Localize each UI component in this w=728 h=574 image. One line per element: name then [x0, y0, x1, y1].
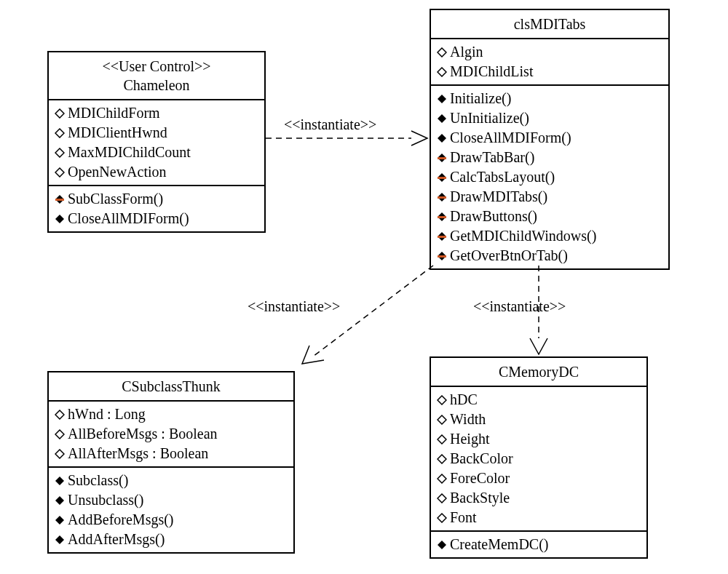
class-header: CSubclassThunk: [49, 372, 293, 402]
instantiate-label-2: <<instantiate>>: [248, 298, 340, 315]
svg-marker-8: [438, 68, 446, 76]
svg-marker-6: [55, 215, 64, 223]
property-icon: [437, 493, 447, 503]
svg-rect-19: [438, 216, 446, 218]
svg-marker-3: [55, 168, 64, 177]
attribute-label: Font: [450, 508, 477, 527]
attribute-label: BackStyle: [450, 488, 510, 508]
property-icon: [55, 449, 65, 459]
class-header: CMemoryDC: [431, 358, 646, 387]
svg-marker-36: [438, 494, 446, 503]
operation-row: Initialize(): [437, 89, 662, 108]
property-icon: [55, 410, 65, 420]
attribute-label: AllAfterMsgs : Boolean: [68, 444, 208, 463]
operation-label: GetOverBtnOrTab(): [450, 246, 568, 266]
attribute-row: BackStyle: [437, 488, 641, 508]
operation-label: SubClassForm(): [68, 189, 163, 209]
operation-label: CreateMemDC(): [450, 535, 549, 554]
svg-marker-29: [55, 516, 64, 525]
attribute-label: Height: [450, 429, 489, 449]
operation-row: Subclass(): [55, 471, 288, 490]
instantiate-label-3: <<instantiate>>: [473, 298, 566, 315]
attribute-label: MDIChildList: [450, 62, 533, 81]
operations: Initialize() UnInitialize() CloseAllMDIF…: [431, 86, 668, 268]
operation-label: DrawButtons(): [450, 207, 537, 226]
svg-marker-28: [55, 496, 64, 505]
property-icon: [55, 108, 65, 119]
property-icon: [437, 415, 447, 425]
svg-rect-21: [438, 236, 446, 238]
svg-marker-26: [55, 450, 64, 458]
svg-marker-27: [55, 477, 64, 485]
svg-marker-34: [438, 455, 446, 463]
public-op-icon: [437, 133, 447, 143]
attribute-label: ForeColor: [450, 469, 510, 488]
property-icon: [437, 474, 447, 484]
attributes: hWnd : Long AllBeforeMsgs : Boolean AllA…: [49, 402, 293, 468]
connector-chameleon-to-clsmditabs: [266, 131, 430, 160]
operations: SubClassForm() CloseAllMDIForm(): [49, 186, 264, 231]
attributes: Algin MDIChildList: [431, 39, 668, 86]
attribute-label: Algin: [450, 42, 483, 62]
svg-rect-13: [438, 157, 446, 159]
class-name: Chameleon: [55, 76, 258, 95]
svg-marker-1: [55, 129, 64, 137]
attribute-row: ForeColor: [437, 469, 641, 488]
private-op-icon: [55, 194, 65, 204]
attribute-label: Width: [450, 410, 486, 429]
operation-row: AddAfterMsgs(): [55, 530, 288, 549]
private-op-icon: [437, 172, 447, 183]
operation-label: AddAfterMsgs(): [68, 530, 165, 549]
attributes: MDIChildForm MDIClientHwnd MaxMDIChildCo…: [49, 100, 264, 186]
property-icon: [437, 513, 447, 523]
attribute-row: MDIChildForm: [55, 103, 258, 123]
public-op-icon: [55, 214, 65, 224]
svg-marker-24: [55, 410, 64, 419]
private-op-icon: [437, 231, 447, 242]
class-csubclassthunk: CSubclassThunk hWnd : Long AllBeforeMsgs…: [47, 371, 295, 554]
private-op-icon: [437, 153, 447, 163]
property-icon: [437, 67, 447, 77]
property-icon: [55, 167, 65, 178]
operation-row: CloseAllMDIForm(): [437, 128, 662, 148]
class-name: clsMDITabs: [437, 15, 662, 33]
attribute-label: OpenNewAction: [68, 162, 167, 182]
operation-label: GetMDIChildWindows(): [450, 226, 596, 246]
svg-marker-2: [55, 148, 64, 157]
svg-marker-11: [438, 134, 446, 143]
operation-label: CalcTabsLayout(): [450, 167, 555, 187]
public-op-icon: [437, 113, 447, 124]
public-op-icon: [55, 476, 65, 486]
attributes: hDC Width Height BackColor ForeColor Bac…: [431, 387, 646, 532]
instantiate-label-1: <<instantiate>>: [284, 116, 376, 133]
operation-row: GetMDIChildWindows(): [437, 226, 662, 246]
class-name: CMemoryDC: [437, 362, 641, 381]
property-icon: [55, 429, 65, 439]
attribute-row: MDIClientHwnd: [55, 123, 258, 143]
attribute-label: MaxMDIChildCount: [68, 143, 191, 162]
operation-label: Subclass(): [68, 471, 128, 490]
attribute-row: AllAfterMsgs : Boolean: [55, 444, 288, 463]
operation-label: DrawTabBar(): [450, 148, 534, 167]
class-clsmditabs: clsMDITabs Algin MDIChildList Initialize…: [430, 9, 670, 270]
operation-row: SubClassForm(): [55, 189, 258, 209]
class-header: clsMDITabs: [431, 10, 668, 39]
class-name: CSubclassThunk: [55, 377, 288, 396]
operation-row: DrawButtons(): [437, 207, 662, 226]
private-op-icon: [437, 212, 447, 222]
svg-marker-9: [438, 95, 446, 103]
operation-label: CloseAllMDIForm(): [68, 209, 189, 228]
private-op-icon: [437, 192, 447, 202]
class-header: <<User Control>> Chameleon: [49, 52, 264, 100]
operation-row: DrawTabBar(): [437, 148, 662, 167]
operation-label: Initialize(): [450, 89, 511, 108]
property-icon: [437, 454, 447, 464]
svg-marker-37: [438, 514, 446, 522]
svg-marker-38: [438, 541, 446, 549]
private-op-icon: [437, 251, 447, 261]
operation-label: UnInitialize(): [450, 108, 529, 128]
svg-marker-33: [438, 435, 446, 444]
operation-row: CloseAllMDIForm(): [55, 209, 258, 228]
svg-marker-10: [438, 114, 446, 123]
attribute-row: hWnd : Long: [55, 404, 288, 424]
